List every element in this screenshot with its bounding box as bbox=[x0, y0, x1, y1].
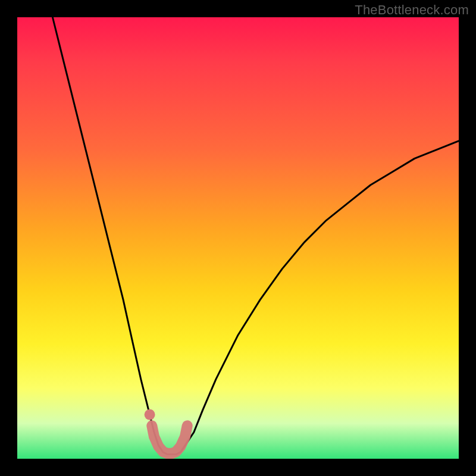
plot-area bbox=[17, 17, 459, 459]
curve-layer bbox=[17, 17, 459, 459]
watermark-text: TheBottleneck.com bbox=[355, 2, 469, 18]
svg-point-0 bbox=[145, 409, 155, 420]
chart-frame: TheBottleneck.com bbox=[0, 0, 476, 476]
